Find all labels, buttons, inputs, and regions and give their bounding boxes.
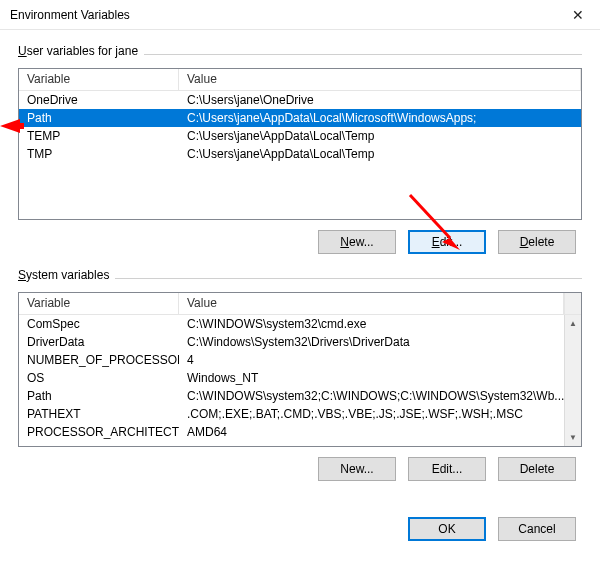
environment-variables-dialog: Environment Variables ✕ User variables f… <box>0 0 600 568</box>
user-list-header: Variable Value <box>19 69 581 91</box>
cell-variable: OS <box>19 371 179 385</box>
system-delete-button[interactable]: Delete <box>498 457 576 481</box>
titlebar: Environment Variables ✕ <box>0 0 600 30</box>
cell-variable: OneDrive <box>19 93 179 107</box>
system-variables-list[interactable]: Variable Value ComSpecC:\WINDOWS\system3… <box>18 292 582 447</box>
cell-variable: NUMBER_OF_PROCESSORS <box>19 353 179 367</box>
cell-value: C:\Users\jane\AppData\Local\Microsoft\Wi… <box>179 111 581 125</box>
cell-variable: TMP <box>19 147 179 161</box>
user-edit-button[interactable]: Edit... <box>408 230 486 254</box>
cell-value: C:\WINDOWS\system32\cmd.exe <box>179 317 564 331</box>
cell-value: 4 <box>179 353 564 367</box>
table-row[interactable]: DriverDataC:\Windows\System32\Drivers\Dr… <box>19 333 564 351</box>
cell-value: Windows_NT <box>179 371 564 385</box>
table-row[interactable]: TEMPC:\Users\jane\AppData\Local\Temp <box>19 127 581 145</box>
user-delete-button[interactable]: Delete <box>498 230 576 254</box>
cell-variable: Path <box>19 389 179 403</box>
window-title: Environment Variables <box>10 8 130 22</box>
system-rows: ComSpecC:\WINDOWS\system32\cmd.exeDriver… <box>19 315 564 446</box>
system-edit-button[interactable]: Edit... <box>408 457 486 481</box>
cell-value: AMD64 <box>179 425 564 439</box>
table-row[interactable]: PathC:\Users\jane\AppData\Local\Microsof… <box>19 109 581 127</box>
system-variables-heading: System variables <box>18 268 582 286</box>
system-variables-group: System variables Variable Value ComSpecC… <box>18 268 582 481</box>
system-new-button[interactable]: New... <box>318 457 396 481</box>
user-buttons-row: New... Edit... Delete <box>18 230 582 254</box>
table-row[interactable]: NUMBER_OF_PROCESSORS4 <box>19 351 564 369</box>
system-list-header: Variable Value <box>19 293 581 315</box>
cell-value: C:\Users\jane\AppData\Local\Temp <box>179 129 581 143</box>
close-button[interactable]: ✕ <box>555 0 600 30</box>
cell-value: C:\WINDOWS\system32;C:\WINDOWS;C:\WINDOW… <box>179 389 564 403</box>
user-variables-list[interactable]: Variable Value OneDriveC:\Users\jane\One… <box>18 68 582 220</box>
cell-variable: DriverData <box>19 335 179 349</box>
system-header-scroll-spacer <box>564 293 581 314</box>
cell-variable: PROCESSOR_ARCHITECTURE <box>19 425 179 439</box>
cell-value: .COM;.EXE;.BAT;.CMD;.VBS;.VBE;.JS;.JSE;.… <box>179 407 564 421</box>
scroll-down-icon[interactable]: ▼ <box>565 429 581 446</box>
table-row[interactable]: OSWindows_NT <box>19 369 564 387</box>
table-row[interactable]: PROCESSOR_ARCHITECTUREAMD64 <box>19 423 564 441</box>
system-variables-label: System variables <box>18 268 109 282</box>
cell-value: C:\Windows\System32\Drivers\DriverData <box>179 335 564 349</box>
user-variables-group: User variables for jane Variable Value O… <box>18 44 582 254</box>
scroll-up-icon[interactable]: ▲ <box>565 315 581 332</box>
table-row[interactable]: PathC:\WINDOWS\system32;C:\WINDOWS;C:\WI… <box>19 387 564 405</box>
user-variables-heading: User variables for jane <box>18 44 582 62</box>
cell-variable: PATHEXT <box>19 407 179 421</box>
cell-value: C:\Users\jane\AppData\Local\Temp <box>179 147 581 161</box>
cell-variable: Path <box>19 111 179 125</box>
user-variables-label: User variables for jane <box>18 44 138 58</box>
user-col-variable[interactable]: Variable <box>19 69 179 90</box>
cell-variable: TEMP <box>19 129 179 143</box>
table-row[interactable]: ComSpecC:\WINDOWS\system32\cmd.exe <box>19 315 564 333</box>
cell-value: C:\Users\jane\OneDrive <box>179 93 581 107</box>
ok-button[interactable]: OK <box>408 517 486 541</box>
cancel-button[interactable]: Cancel <box>498 517 576 541</box>
table-row[interactable]: PATHEXT.COM;.EXE;.BAT;.CMD;.VBS;.VBE;.JS… <box>19 405 564 423</box>
dialog-footer: OK Cancel <box>0 507 600 555</box>
user-rows: OneDriveC:\Users\jane\OneDrivePathC:\Use… <box>19 91 581 219</box>
dialog-content: User variables for jane Variable Value O… <box>0 30 600 507</box>
table-row[interactable]: OneDriveC:\Users\jane\OneDrive <box>19 91 581 109</box>
user-new-button[interactable]: New... <box>318 230 396 254</box>
close-icon: ✕ <box>572 7 584 23</box>
user-col-value[interactable]: Value <box>179 69 581 90</box>
cell-variable: ComSpec <box>19 317 179 331</box>
system-scrollbar[interactable]: ▲ ▼ <box>564 315 581 446</box>
system-col-value[interactable]: Value <box>179 293 564 314</box>
system-col-variable[interactable]: Variable <box>19 293 179 314</box>
table-row[interactable]: TMPC:\Users\jane\AppData\Local\Temp <box>19 145 581 163</box>
system-buttons-row: New... Edit... Delete <box>18 457 582 481</box>
